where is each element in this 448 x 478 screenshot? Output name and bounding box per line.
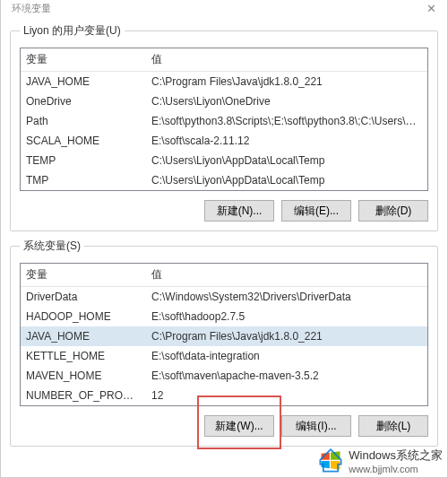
col-header-value[interactable]: 值 <box>146 264 427 287</box>
cell-variable: HADOOP_HOME <box>21 307 146 326</box>
user-buttons: 新建(N)... 编辑(E)... 删除(D) <box>20 200 428 222</box>
cell-value: E:\soft\hadoop2.7.5 <box>146 307 427 326</box>
table-row[interactable]: KETTLE_HOMEE:\soft\data-integration <box>21 346 427 366</box>
cell-value: 12 <box>146 386 427 405</box>
close-icon[interactable]: ✕ <box>426 2 436 15</box>
cell-variable: NUMBER_OF_PROCESSORS <box>21 386 146 405</box>
sys-vars-table-container[interactable]: 变量 值 DriverDataC:\Windows\System32\Drive… <box>20 263 428 406</box>
cell-value: C:\Windows\System32\Drivers\DriverData <box>146 287 427 308</box>
user-new-button[interactable]: 新建(N)... <box>204 200 274 222</box>
cell-variable: KETTLE_HOME <box>21 346 146 366</box>
watermark-url: www.bjjmlv.com <box>349 464 443 474</box>
table-row[interactable]: OSWindows_NT <box>21 405 427 406</box>
table-row[interactable]: SCALA_HOMEE:\soft\scala-2.11.12 <box>21 131 427 151</box>
cell-value: C:\Program Files\Java\jdk1.8.0_221 <box>146 326 427 346</box>
titlebar: 环境变量 ✕ <box>10 0 438 16</box>
cell-variable: TEMP <box>21 151 146 170</box>
user-vars-group: Liyon 的用户变量(U) 变量 值 JAVA_HOMEC:\Program … <box>10 23 438 231</box>
cell-variable: JAVA_HOME <box>21 326 146 346</box>
watermark-title: Windows系统之家 <box>349 448 443 464</box>
cell-value: C:\Users\Liyon\AppData\Local\Temp <box>146 151 427 170</box>
cell-value: E:\soft\maven\apache-maven-3.5.2 <box>146 366 427 386</box>
cell-value: E:\soft\scala-2.11.12 <box>146 131 427 151</box>
user-vars-table-container[interactable]: 变量 值 JAVA_HOMEC:\Program Files\Java\jdk1… <box>20 48 428 191</box>
cell-value: E:\soft\data-integration <box>146 346 427 366</box>
cell-variable: SCALA_HOME <box>21 131 146 151</box>
cell-value: C:\Program Files\Java\jdk1.8.0_221 <box>146 72 427 92</box>
table-row[interactable]: TEMPC:\Users\Liyon\AppData\Local\Temp <box>21 151 427 170</box>
cell-value: C:\Users\Liyon\OneDrive <box>146 91 427 111</box>
col-header-value[interactable]: 值 <box>146 48 427 72</box>
table-row[interactable]: TMPC:\Users\Liyon\AppData\Local\Temp <box>21 170 427 190</box>
cell-variable: Path <box>21 111 146 131</box>
table-row[interactable]: JAVA_HOMEC:\Program Files\Java\jdk1.8.0_… <box>21 72 427 92</box>
windows-logo-icon <box>318 448 343 474</box>
cell-value: C:\Users\Liyon\AppData\Local\Temp <box>146 170 427 190</box>
sys-buttons: 新建(W)... 编辑(I)... 删除(L) <box>20 415 428 437</box>
user-delete-button[interactable]: 删除(D) <box>358 200 428 222</box>
sys-vars-table: 变量 值 DriverDataC:\Windows\System32\Drive… <box>21 264 427 406</box>
table-row[interactable]: HADOOP_HOMEE:\soft\hadoop2.7.5 <box>21 307 427 326</box>
sys-edit-button[interactable]: 编辑(I)... <box>281 415 351 437</box>
user-vars-legend: Liyon 的用户变量(U) <box>20 23 125 39</box>
user-edit-button[interactable]: 编辑(E)... <box>281 200 351 222</box>
window-title: 环境变量 <box>12 2 51 15</box>
user-vars-table: 变量 值 JAVA_HOMEC:\Program Files\Java\jdk1… <box>21 48 427 190</box>
sys-vars-group: 系统变量(S) 变量 值 DriverDataC:\Windows\System… <box>10 239 438 447</box>
cell-variable: JAVA_HOME <box>21 72 146 92</box>
cell-value: E:\soft\python3.8\Scripts\;E:\soft\pytho… <box>146 111 427 131</box>
table-row[interactable]: JAVA_HOMEC:\Program Files\Java\jdk1.8.0_… <box>21 326 427 346</box>
table-row[interactable]: OneDriveC:\Users\Liyon\OneDrive <box>21 91 427 111</box>
sys-delete-button[interactable]: 删除(L) <box>358 415 428 437</box>
env-vars-dialog: 环境变量 ✕ Liyon 的用户变量(U) 变量 值 JAVA_HOMEC:\P… <box>0 0 448 478</box>
table-row[interactable]: MAVEN_HOMEE:\soft\maven\apache-maven-3.5… <box>21 366 427 386</box>
cell-value: Windows_NT <box>146 405 427 406</box>
sys-new-button[interactable]: 新建(W)... <box>204 415 274 437</box>
table-row[interactable]: DriverDataC:\Windows\System32\Drivers\Dr… <box>21 287 427 308</box>
col-header-variable[interactable]: 变量 <box>21 48 146 72</box>
sys-vars-legend: 系统变量(S) <box>20 239 84 254</box>
cell-variable: TMP <box>21 170 146 190</box>
cell-variable: OneDrive <box>21 91 146 111</box>
table-row[interactable]: NUMBER_OF_PROCESSORS12 <box>21 386 427 405</box>
watermark: Windows系统之家 www.bjjmlv.com <box>318 448 443 474</box>
cell-variable: MAVEN_HOME <box>21 366 146 386</box>
cell-variable: OS <box>21 405 146 406</box>
table-row[interactable]: PathE:\soft\python3.8\Scripts\;E:\soft\p… <box>21 111 427 131</box>
col-header-variable[interactable]: 变量 <box>21 264 146 287</box>
cell-variable: DriverData <box>21 287 146 308</box>
